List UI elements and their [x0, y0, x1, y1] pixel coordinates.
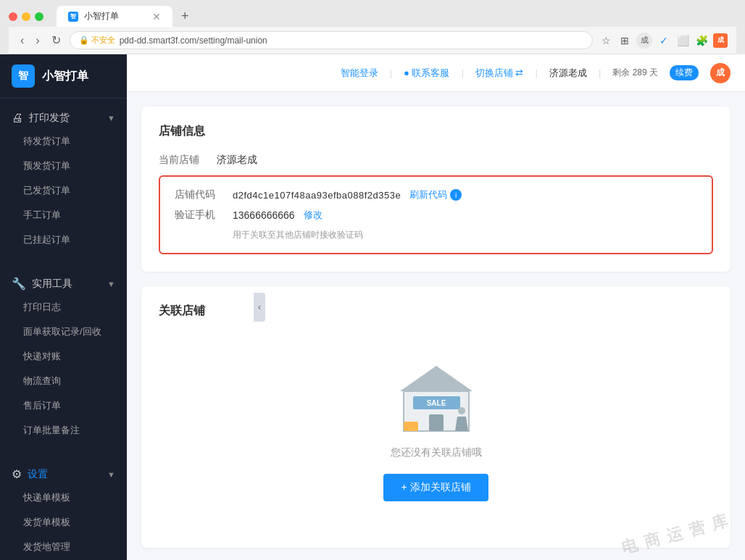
svg-rect-4 [429, 414, 444, 431]
info-icon[interactable]: i [450, 189, 462, 201]
security-badge: 🔒 不安全 [79, 35, 115, 46]
address-bar: ‹ › ↻ 🔒 不安全 pdd-dd.smart3f.com/setting/m… [9, 27, 736, 54]
user-avatar[interactable]: 成 [710, 63, 731, 83]
url-input[interactable]: 🔒 不安全 pdd-dd.smart3f.com/setting/mail-un… [70, 31, 593, 49]
close-dot[interactable] [9, 12, 17, 21]
section-tools: 🔧 实用工具 ▼ 打印日志 面单获取记录/回收 快递对账 物流查询 售后订单 订… [0, 264, 127, 448]
header-right: 智能登录 | ● 联系客服 | 切换店铺 ⇄ | 济源老成 | 剩余 289 天… [341, 63, 731, 83]
sidebar: 智 小智打单 🖨 打印发货 ▼ 待发货订单 预发货订单 已发货订单 手工订单 已… [0, 54, 127, 560]
edit-phone-btn[interactable]: 修改 [304, 209, 322, 222]
switch-store-link[interactable]: 切换店铺 ⇄ [475, 67, 524, 80]
section-settings-arrow: ▼ [107, 470, 115, 479]
section-settings-label: 设置 [28, 468, 48, 481]
sidebar-item-after-sale[interactable]: 售后订单 [0, 393, 127, 418]
active-tab[interactable]: 智 小智打单 ✕ [57, 6, 172, 27]
store-info-card: 店铺信息 当前店铺 济源老成 店铺代码 d2fd4c1e107f48aa93ef… [141, 106, 731, 272]
contact-link[interactable]: ● 联系客服 [404, 67, 449, 80]
print-icon: 🖨 [12, 112, 23, 125]
app-header: 智能登录 | ● 联系客服 | 切换店铺 ⇄ | 济源老成 | 剩余 289 天… [127, 54, 745, 92]
sidebar-item-delivery-template[interactable]: 发货单模板 [0, 510, 127, 535]
browser-chrome: 智 小智打单 ✕ + ‹ › ↻ 🔒 不安全 pdd-dd.smart3f.co… [0, 0, 745, 54]
new-tab-button[interactable]: + [178, 9, 192, 24]
tools-icon: 🔧 [12, 277, 26, 291]
upgrade-button[interactable]: 续费 [670, 65, 699, 80]
profile-icon[interactable]: 成 [636, 33, 652, 49]
window-icon[interactable]: ⬜ [675, 33, 690, 48]
tab-title: 小智打单 [84, 10, 119, 22]
store-code-value: d2fd4c1e107f48aa93efba088f2d353e [233, 190, 401, 201]
sidebar-item-express-template[interactable]: 快递单模板 [0, 485, 127, 510]
tab-favicon: 智 [68, 12, 78, 22]
current-store-row: 当前店铺 济源老成 [159, 154, 713, 167]
svg-marker-0 [400, 366, 473, 391]
sidebar-item-shipped[interactable]: 已发货订单 [0, 178, 127, 203]
section-print: 🖨 打印发货 ▼ 待发货订单 预发货订单 已发货订单 手工订单 已挂起订单 [0, 99, 127, 258]
svg-text:SALE: SALE [426, 399, 446, 407]
refresh-code-btn[interactable]: 刷新代码 [409, 188, 447, 201]
browser-actions: ☆ ⊞ 成 ✓ ⬜ 🧩 成 [599, 33, 728, 49]
section-tools-header[interactable]: 🔧 实用工具 ▼ [0, 269, 127, 295]
tab-bar: 智 小智打单 ✕ + [9, 6, 736, 27]
checkmark-icon[interactable]: ✓ [657, 33, 671, 48]
svg-rect-5 [404, 422, 418, 431]
sidebar-logo: 智 小智打单 [0, 54, 127, 99]
main-area: ‹ 智能登录 | ● 联系客服 | 切换店铺 ⇄ | 济源老成 | 剩余 289… [127, 54, 745, 560]
smart-login-link[interactable]: 智能登录 [341, 67, 378, 80]
shop-svg: SALE [393, 362, 480, 435]
section-print-label: 打印发货 [29, 112, 70, 125]
minimize-dot[interactable] [22, 12, 30, 21]
sidebar-item-form-fetch[interactable]: 面单获取记录/回收 [0, 319, 127, 344]
sidebar-item-manual[interactable]: 手工订单 [0, 203, 127, 227]
tab-close-btn[interactable]: ✕ [152, 11, 161, 22]
svg-point-6 [458, 407, 465, 414]
bookmark-icon[interactable]: ☆ [599, 33, 613, 48]
sidebar-item-pending[interactable]: 待发货订单 [0, 129, 127, 154]
days-remaining: 剩余 289 天 [612, 67, 658, 79]
phone-hint: 用于关联至其他店铺时接收验证码 [175, 229, 697, 241]
store-info-title: 店铺信息 [159, 124, 713, 139]
sidebar-item-address-mgmt[interactable]: 发货地管理 [0, 535, 127, 559]
store-code-row: 店铺代码 d2fd4c1e107f48aa93efba088f2d353e 刷新… [175, 188, 697, 201]
section-settings: ⚙ 设置 ▼ 快递单模板 发货单模板 发货地管理 商品简称 关联店铺 [0, 454, 127, 560]
settings-icon: ⚙ [12, 467, 22, 481]
verify-phone-label: 验证手机 [175, 209, 233, 222]
empty-state: SALE 您还没有关联店铺哦 + 添加关联店铺 [159, 333, 713, 530]
app-name: 小智打单 [42, 69, 88, 84]
add-store-button[interactable]: + 添加关联店铺 [383, 474, 488, 501]
puzzle-icon[interactable]: 🧩 [694, 33, 709, 48]
main-content: 店铺信息 当前店铺 济源老成 店铺代码 d2fd4c1e107f48aa93ef… [127, 92, 745, 560]
section-tools-arrow: ▼ [107, 280, 115, 288]
verify-phone-row: 验证手机 13666666666 修改 [175, 209, 697, 222]
linked-stores-title: 关联店铺 [159, 304, 713, 319]
section-settings-header[interactable]: ⚙ 设置 ▼ [0, 460, 127, 485]
sidebar-toggle[interactable]: ‹ [254, 293, 265, 322]
empty-text: 您还没有关联店铺哦 [391, 446, 482, 459]
sidebar-item-logistics[interactable]: 物流查询 [0, 369, 127, 393]
section-print-header[interactable]: 🖨 打印发货 ▼ [0, 104, 127, 129]
forward-button[interactable]: › [33, 33, 42, 49]
refresh-button[interactable]: ↻ [49, 32, 64, 49]
store-code-label: 店铺代码 [175, 188, 233, 201]
verify-phone-value: 13666666666 [233, 209, 295, 221]
back-button[interactable]: ‹ [17, 33, 27, 49]
section-print-arrow: ▼ [107, 114, 115, 122]
sidebar-item-express-check[interactable]: 快递对账 [0, 344, 127, 369]
section-tools-label: 实用工具 [32, 277, 72, 291]
sidebar-item-suspended[interactable]: 已挂起订单 [0, 227, 127, 252]
empty-illustration: SALE [393, 362, 480, 435]
app-logo-icon: 智 [12, 64, 35, 88]
linked-stores-card: 关联店铺 SALE [141, 286, 731, 548]
sidebar-item-batch-remark[interactable]: 订单批量备注 [0, 418, 127, 443]
sidebar-item-print-log[interactable]: 打印日志 [0, 295, 127, 319]
store-name: 济源老成 [549, 67, 587, 80]
window-controls [9, 12, 43, 21]
current-store-value: 济源老成 [217, 154, 257, 167]
app-container: 智 小智打单 🖨 打印发货 ▼ 待发货订单 预发货订单 已发货订单 手工订单 已… [0, 54, 745, 560]
code-info-box: 店铺代码 d2fd4c1e107f48aa93efba088f2d353e 刷新… [159, 175, 713, 254]
extension-icon[interactable]: 成 [713, 33, 728, 48]
maximize-dot[interactable] [35, 12, 43, 21]
url-text: pdd-dd.smart3f.com/setting/mail-union [120, 35, 267, 46]
grid-icon[interactable]: ⊞ [617, 33, 632, 48]
sidebar-item-pre[interactable]: 预发货订单 [0, 154, 127, 178]
svg-marker-7 [455, 417, 468, 431]
